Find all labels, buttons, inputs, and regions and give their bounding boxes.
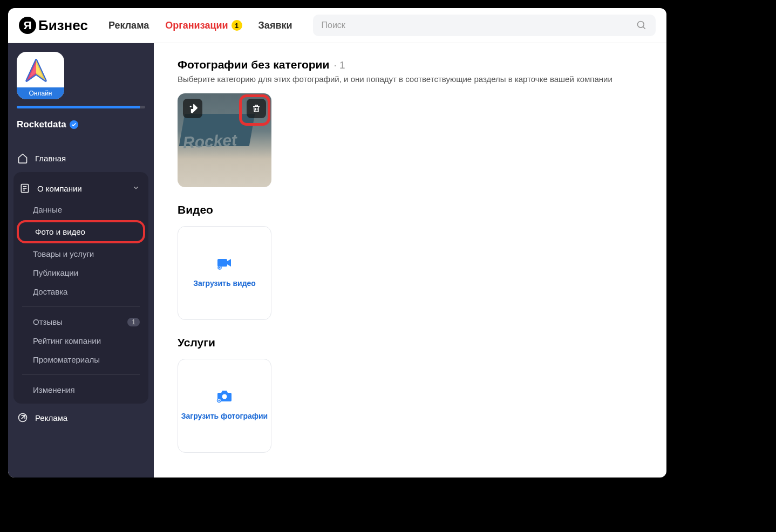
submenu-delivery-label: Доставка (33, 287, 67, 296)
logo-y-icon: Я (19, 17, 36, 34)
camera-upload-icon (216, 390, 233, 406)
video-upload-icon (216, 257, 233, 273)
search-icon (636, 20, 647, 31)
submenu-item-rating[interactable]: Рейтинг компании (13, 331, 148, 350)
tag-button[interactable] (183, 99, 202, 118)
svg-point-7 (190, 106, 192, 107)
sidebar-ads-label: Реклама (35, 413, 67, 422)
uncategorized-count: · 1 (333, 59, 345, 71)
reviews-badge: 1 (127, 318, 140, 326)
nav-requests-label: Заявки (258, 20, 292, 31)
sidebar: Онлайн Rocketdata Главная О компании (8, 43, 154, 478)
app-icon[interactable]: Онлайн (17, 52, 64, 99)
uncategorized-desc: Выберите категорию для этих фотографий, … (178, 74, 643, 84)
submenu-item-reviews[interactable]: Отзывы 1 (13, 312, 148, 331)
svg-rect-8 (217, 259, 227, 267)
ads-icon (17, 412, 29, 424)
top-nav: Реклама Организации 1 Заявки (108, 20, 292, 31)
app-online-badge: Онлайн (17, 87, 64, 99)
svg-line-1 (643, 27, 645, 29)
search-input[interactable] (322, 21, 636, 30)
sidebar-about-label: О компании (37, 184, 82, 193)
upload-photos-label: Загрузить фотографии (181, 411, 268, 422)
svg-point-10 (222, 394, 227, 399)
submenu-goods-label: Товары и услуги (33, 249, 94, 258)
sidebar-item-ads[interactable]: Реклама (8, 406, 154, 429)
logo-letter: Я (23, 19, 31, 32)
logo[interactable]: Я Бизнес (19, 17, 88, 34)
org-name[interactable]: Rocketdata (8, 119, 154, 141)
upload-video-button[interactable]: Загрузить видео (178, 226, 271, 320)
sidebar-item-home[interactable]: Главная (8, 146, 154, 170)
top-header: Я Бизнес Реклама Организации 1 Заявки (8, 8, 666, 43)
nav-orgs-badge: 1 (232, 20, 242, 31)
home-icon (17, 152, 29, 164)
divider (22, 306, 140, 307)
sidebar-submenu-about: О компании Данные Фото и видео Товары и … (13, 172, 148, 404)
nav-ads-label: Реклама (108, 20, 149, 31)
progress-bar (17, 106, 145, 108)
submenu-item-publications[interactable]: Публикации (13, 263, 148, 282)
submenu-photo-label: Фото и видео (35, 227, 85, 236)
submenu-rating-label: Рейтинг компании (33, 336, 101, 345)
logo-text: Бизнес (38, 17, 88, 34)
submenu-data-label: Данные (33, 205, 62, 214)
submenu-item-photo-video[interactable]: Фото и видео (17, 220, 145, 243)
submenu-item-data[interactable]: Данные (13, 200, 148, 219)
verified-icon (70, 120, 78, 129)
tag-icon (188, 104, 198, 113)
upload-photos-button[interactable]: Загрузить фотографии (178, 359, 271, 453)
submenu-item-changes[interactable]: Изменения (13, 380, 148, 399)
search-box[interactable] (313, 15, 656, 36)
nav-orgs-label: Организации (165, 20, 228, 31)
org-name-label: Rocketdata (17, 119, 66, 130)
video-heading: Видео (178, 203, 643, 216)
submenu-changes-label: Изменения (33, 385, 75, 394)
sidebar-item-about[interactable]: О компании (13, 176, 148, 200)
delete-button[interactable] (247, 99, 266, 118)
submenu-reviews-label: Отзывы (33, 317, 63, 326)
divider (22, 374, 140, 375)
submenu-item-promo[interactable]: Промоматериалы (13, 350, 148, 369)
sidebar-home-label: Главная (35, 154, 66, 163)
photo-thumbnail[interactable] (178, 93, 271, 187)
submenu-pub-label: Публикации (33, 268, 78, 277)
nav-organizations[interactable]: Организации 1 (165, 20, 242, 31)
trash-icon (251, 104, 261, 113)
upload-video-label: Загрузить видео (193, 278, 256, 289)
chevron-down-icon (132, 184, 140, 193)
navigator-icon (22, 57, 50, 85)
services-heading: Услуги (178, 336, 643, 349)
svg-point-0 (638, 22, 644, 28)
document-icon (19, 182, 31, 194)
nav-ads[interactable]: Реклама (108, 20, 149, 31)
main-content: Фотографии без категории · 1 Выберите ка… (154, 43, 666, 478)
uncategorized-title: Фотографии без категории · 1 (178, 58, 643, 71)
submenu-item-delivery[interactable]: Доставка (13, 282, 148, 301)
nav-requests[interactable]: Заявки (258, 20, 292, 31)
submenu-item-goods[interactable]: Товары и услуги (13, 244, 148, 263)
uncategorized-title-text: Фотографии без категории (178, 58, 329, 71)
submenu-promo-label: Промоматериалы (33, 355, 100, 364)
